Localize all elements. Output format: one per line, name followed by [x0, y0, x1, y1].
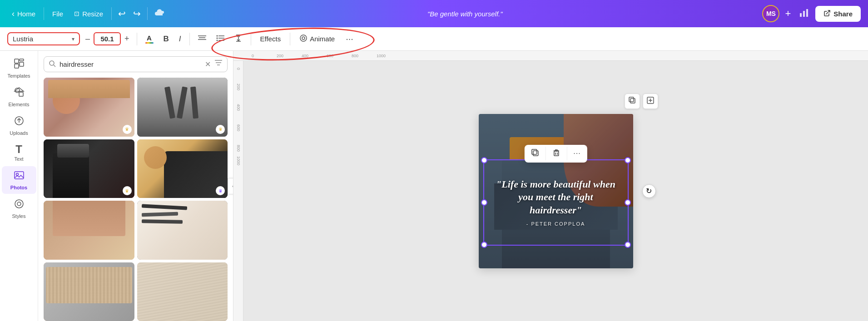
svg-point-28	[15, 200, 23, 208]
line-spacing-button[interactable]	[231, 32, 246, 46]
photo-item[interactable]: ♛	[44, 78, 134, 137]
quote-text: "Life is more beautiful when you meet th…	[496, 178, 615, 217]
quote-line-1: "Life is more beautiful when	[496, 178, 615, 190]
svg-rect-22	[19, 92, 23, 96]
font-selector[interactable]: Lustria ▾	[7, 32, 80, 45]
photo-item[interactable]: ♛	[137, 78, 228, 137]
home-label: Home	[17, 10, 35, 18]
text-color-a-icon: A	[147, 34, 152, 42]
cloud-save-button[interactable]	[151, 5, 168, 22]
svg-point-27	[16, 173, 18, 176]
svg-rect-40	[533, 151, 538, 156]
share-label: Share	[833, 10, 853, 18]
context-duplicate-button[interactable]	[524, 145, 545, 163]
photo-item[interactable]	[44, 262, 134, 321]
add-team-button[interactable]: +	[783, 6, 793, 21]
duplicate-icon	[629, 97, 636, 106]
toolbar: Lustria ▾ – + A B I Effects	[0, 27, 868, 51]
elements-icon	[14, 87, 25, 100]
templates-label: Templates	[7, 73, 30, 79]
svg-point-15	[300, 35, 307, 41]
nav-divider-3	[147, 7, 148, 20]
sidebar-item-templates[interactable]: Templates	[2, 54, 36, 82]
animate-button[interactable]: Animate	[295, 32, 339, 46]
list-button[interactable]	[213, 33, 228, 45]
share-icon	[823, 10, 831, 18]
ruler-left: 0 200 400 600 800 1000	[233, 61, 243, 321]
back-arrow-icon: ‹	[12, 9, 15, 19]
sidebar-item-uploads[interactable]: Uploads	[2, 112, 36, 139]
toolbar-separator-1	[137, 33, 137, 45]
sidebar-item-styles[interactable]: Styles	[2, 195, 36, 222]
design-card[interactable]: ··· "Life is more beautiful when	[479, 114, 633, 268]
resize-icon: ⊡	[74, 10, 79, 17]
svg-point-30	[50, 61, 54, 65]
undo-button[interactable]: ↩	[115, 5, 129, 22]
cloud-icon	[154, 8, 165, 20]
topnav-left: ‹ Home File ⊡ Resize ↩ ↪	[7, 5, 168, 22]
rotate-handle-side[interactable]: ↻	[642, 184, 656, 198]
text-align-button[interactable]	[194, 33, 210, 45]
animate-icon	[299, 34, 308, 44]
photo-item[interactable]: ♛	[44, 139, 134, 198]
sidebar-item-elements[interactable]: Elements	[2, 83, 36, 111]
search-clear-button[interactable]: ✕	[205, 60, 211, 69]
svg-rect-17	[15, 59, 19, 63]
redo-button[interactable]: ↪	[130, 5, 144, 22]
user-initials: MS	[766, 10, 776, 17]
nav-divider-2	[111, 7, 112, 20]
canvas-workspace: ··· "Life is more beautiful when	[479, 114, 633, 268]
font-size-decrease-button[interactable]: –	[83, 33, 93, 44]
context-duplicate-icon	[531, 148, 539, 159]
effects-button[interactable]: Effects	[256, 33, 286, 45]
context-menu: ···	[524, 145, 587, 163]
photo-item[interactable]	[137, 201, 228, 260]
quote-line-3: hairdresser"	[530, 204, 582, 216]
photos-panel: ✕ ♛	[38, 51, 233, 321]
font-size-increase-button[interactable]: +	[122, 33, 132, 44]
ruler-marks: 0 200 400 600 800 1000	[252, 54, 402, 58]
svg-rect-41	[531, 149, 536, 154]
collapse-panel-button[interactable]: ‹	[228, 178, 233, 194]
text-color-button[interactable]: A	[142, 32, 157, 46]
more-options-button[interactable]: ···	[342, 32, 357, 46]
topnav: ‹ Home File ⊡ Resize ↩ ↪ "Be gentle with…	[0, 0, 868, 27]
resize-button[interactable]: ⊡ Resize	[69, 7, 108, 20]
align-icon	[198, 35, 206, 43]
photo-item[interactable]: ♛	[137, 139, 228, 198]
context-delete-button[interactable]	[546, 145, 566, 163]
svg-point-10	[216, 40, 218, 41]
add-page-button[interactable]	[643, 94, 658, 109]
svg-rect-1	[803, 11, 805, 17]
share-button[interactable]: Share	[815, 6, 861, 22]
sidebar-item-photos[interactable]: Photos	[2, 166, 36, 194]
rotate-side-icon: ↻	[646, 187, 652, 195]
font-size-input[interactable]	[94, 32, 121, 45]
duplicate-canvas-button[interactable]	[625, 94, 640, 109]
search-input[interactable]	[60, 60, 201, 68]
italic-button[interactable]: I	[175, 32, 185, 46]
ruler-left-200: 200	[236, 84, 241, 90]
analytics-button[interactable]	[796, 5, 812, 23]
user-avatar-button[interactable]: MS	[762, 5, 779, 22]
italic-icon: I	[179, 35, 181, 44]
photo-item[interactable]	[137, 262, 228, 321]
spacing-icon	[234, 35, 243, 44]
context-more-button[interactable]: ···	[567, 146, 587, 161]
ruler-mark-200: 200	[277, 54, 302, 58]
animate-label: Animate	[310, 35, 335, 43]
list-icon	[216, 35, 224, 43]
photo-item[interactable]	[44, 201, 134, 260]
back-home-button[interactable]: ‹ Home	[7, 6, 40, 21]
context-more-icon: ···	[573, 149, 580, 158]
elements-label: Elements	[9, 102, 30, 107]
sidebar-item-text[interactable]: T Text	[2, 140, 36, 165]
premium-badge: ♛	[123, 186, 132, 195]
bold-button[interactable]: B	[160, 32, 173, 46]
search-filter-button[interactable]	[214, 59, 223, 69]
font-name-label: Lustria	[13, 35, 69, 43]
ruler-left-600: 600	[236, 124, 241, 131]
file-menu-button[interactable]: File	[48, 7, 68, 20]
effects-label: Effects	[260, 35, 281, 43]
svg-rect-20	[15, 64, 19, 68]
